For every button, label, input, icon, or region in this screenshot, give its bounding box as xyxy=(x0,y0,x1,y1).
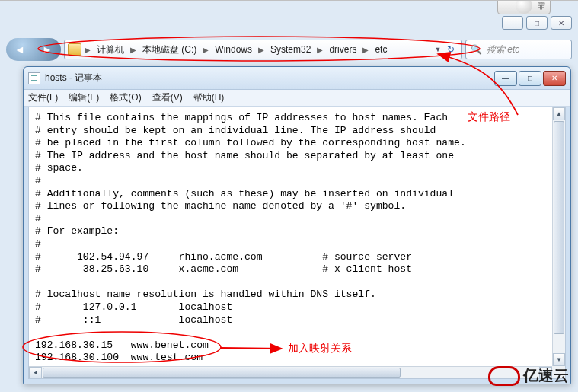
chevron-right-icon[interactable]: ▶ xyxy=(83,46,92,54)
chevron-right-icon[interactable]: ▶ xyxy=(129,46,138,54)
scroll-right-icon[interactable]: ► xyxy=(539,367,552,378)
search-input[interactable]: 🔍 搜索 etc xyxy=(465,40,572,59)
folder-icon xyxy=(68,43,81,56)
search-placeholder: 搜索 etc xyxy=(487,43,519,56)
menu-view[interactable]: 查看(V) xyxy=(152,91,183,104)
scroll-left-icon[interactable]: ◄ xyxy=(29,367,42,378)
notepad-titlebar[interactable]: hosts - 记事本 — □ ✕ xyxy=(24,67,570,90)
breadcrumb-item[interactable]: Windows xyxy=(210,44,257,55)
chevron-right-icon[interactable]: ▶ xyxy=(257,46,266,54)
notepad-window-controls: — □ ✕ xyxy=(494,71,566,86)
notepad-client-area: # This file contains the mappings of IP … xyxy=(28,107,566,379)
notepad-text-content[interactable]: # This file contains the mappings of IP … xyxy=(29,107,551,366)
breadcrumb-item[interactable]: etc xyxy=(370,44,391,55)
vertical-scrollbar[interactable]: ▲ ▼ xyxy=(552,107,565,366)
refresh-icon[interactable]: ↻ xyxy=(443,44,458,55)
breadcrumb-item[interactable]: drivers xyxy=(324,44,361,55)
breadcrumb[interactable]: ▶ 计算机 ▶ 本地磁盘 (C:) ▶ Windows ▶ System32 ▶… xyxy=(64,40,462,59)
scroll-thumb[interactable] xyxy=(554,121,564,334)
notepad-minimize-button[interactable]: — xyxy=(494,71,517,86)
menu-help[interactable]: 帮助(H) xyxy=(193,91,225,104)
breadcrumb-item[interactable]: 本地磁盘 (C:) xyxy=(138,43,201,56)
notepad-maximize-button[interactable]: □ xyxy=(519,71,541,86)
nav-forward-button[interactable]: ► xyxy=(42,43,53,56)
nav-buttons: ◄ ► xyxy=(6,38,61,61)
notepad-icon xyxy=(28,72,40,84)
explorer-close-button[interactable]: ✕ xyxy=(551,16,572,30)
breadcrumb-item[interactable]: System32 xyxy=(266,44,315,55)
annotation-path-label: 文件路径 xyxy=(468,110,510,124)
desktop-gadget xyxy=(497,0,551,14)
chevron-right-icon[interactable]: ▶ xyxy=(315,46,324,54)
explorer-window-fragment: — □ ✕ ◄ ► ▶ 计算机 ▶ 本地磁盘 (C:) ▶ Windows ▶ … xyxy=(6,16,572,62)
scroll-up-icon[interactable]: ▲ xyxy=(553,107,565,120)
search-icon: 🔍 xyxy=(471,44,482,55)
chevron-right-icon[interactable]: ▶ xyxy=(361,46,370,54)
notepad-menubar: 文件(F) 编辑(E) 格式(O) 查看(V) 帮助(H) xyxy=(24,90,570,107)
notepad-title: hosts - 记事本 xyxy=(45,72,494,84)
notepad-close-button[interactable]: ✕ xyxy=(543,71,566,86)
breadcrumb-item[interactable]: 计算机 xyxy=(92,43,129,56)
explorer-window-controls: — □ ✕ xyxy=(502,16,572,30)
address-dropdown-icon[interactable]: ▼ xyxy=(433,46,443,53)
chevron-right-icon[interactable]: ▶ xyxy=(201,46,210,54)
menu-file[interactable]: 文件(F) xyxy=(28,91,58,104)
explorer-minimize-button[interactable]: — xyxy=(502,16,523,30)
horizontal-scrollbar[interactable]: ◄ ► xyxy=(29,366,552,378)
menu-format[interactable]: 格式(O) xyxy=(110,91,141,104)
explorer-maximize-button[interactable]: □ xyxy=(526,16,548,30)
nav-back-button[interactable]: ◄ xyxy=(14,43,25,56)
menu-edit[interactable]: 编辑(E) xyxy=(69,91,99,104)
scroll-corner xyxy=(552,366,565,378)
scroll-thumb[interactable] xyxy=(43,368,401,378)
annotation-mapping-label: 加入映射关系 xyxy=(288,342,352,355)
scroll-down-icon[interactable]: ▼ xyxy=(553,353,565,366)
explorer-address-row: ◄ ► ▶ 计算机 ▶ 本地磁盘 (C:) ▶ Windows ▶ System… xyxy=(6,37,572,62)
